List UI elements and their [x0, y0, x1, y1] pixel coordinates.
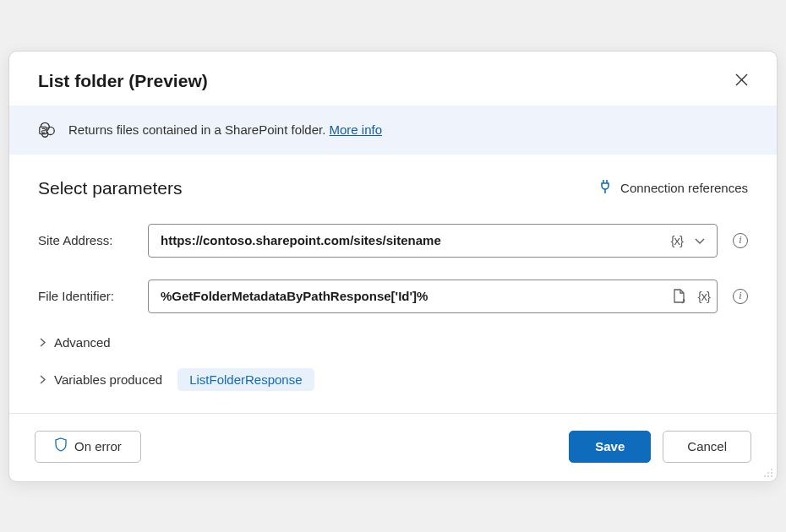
- svg-point-5: [767, 472, 769, 474]
- param-row-site-address: Site Address: {x} i: [38, 224, 748, 258]
- file-identifier-input[interactable]: [161, 289, 669, 303]
- info-icon[interactable]: i: [733, 289, 748, 304]
- info-icon[interactable]: i: [733, 233, 748, 248]
- variable-picker-icon[interactable]: {x}: [670, 233, 683, 247]
- variable-picker-icon[interactable]: {x}: [697, 289, 710, 303]
- variables-produced-label: Variables produced: [54, 372, 162, 387]
- resize-grip-icon[interactable]: [761, 466, 773, 478]
- file-identifier-input-icons: {x}: [669, 285, 710, 308]
- plug-icon: [598, 178, 612, 198]
- cancel-button[interactable]: Cancel: [663, 431, 751, 463]
- connection-references-button[interactable]: Connection references: [598, 178, 748, 198]
- svg-point-4: [771, 469, 772, 470]
- footer-actions: Save Cancel: [569, 431, 751, 463]
- file-identifier-label: File Identifier:: [38, 289, 133, 303]
- close-button[interactable]: [732, 70, 751, 92]
- variables-produced-expander[interactable]: Variables produced ListFolderResponse: [38, 368, 748, 391]
- advanced-label: Advanced: [54, 335, 111, 350]
- sharepoint-icon: [38, 121, 57, 139]
- chevron-right-icon: [38, 372, 47, 387]
- site-address-input[interactable]: [161, 233, 670, 247]
- dialog-content: Select parameters Connection references …: [9, 155, 777, 413]
- connection-references-label: Connection references: [620, 181, 748, 195]
- chevron-down-icon: [693, 234, 707, 247]
- file-picker-icon: [672, 288, 687, 305]
- parameters-title: Select parameters: [38, 178, 182, 198]
- site-address-input-wrap: {x}: [148, 224, 718, 258]
- close-icon: [735, 73, 748, 86]
- banner-text: Returns files contained in a SharePoint …: [68, 122, 382, 137]
- banner-description: Returns files contained in a SharePoint …: [68, 122, 330, 137]
- dropdown-button[interactable]: [690, 231, 710, 251]
- info-banner: Returns files contained in a SharePoint …: [9, 106, 777, 155]
- save-button[interactable]: Save: [569, 431, 651, 463]
- svg-point-8: [767, 475, 769, 477]
- site-address-label: Site Address:: [38, 233, 133, 247]
- chevron-right-icon: [38, 335, 47, 350]
- on-error-button[interactable]: On error: [35, 431, 141, 463]
- dialog-header: List folder (Preview): [9, 52, 777, 106]
- param-row-file-identifier: File Identifier: {x} i: [38, 280, 748, 313]
- dialog-title: List folder (Preview): [38, 71, 208, 91]
- svg-point-6: [771, 472, 772, 474]
- parameters-header: Select parameters Connection references: [38, 178, 748, 198]
- svg-point-7: [764, 475, 766, 477]
- dialog-footer: On error Save Cancel: [9, 413, 777, 481]
- file-identifier-input-wrap: {x}: [148, 280, 718, 313]
- file-picker-button[interactable]: [669, 285, 690, 308]
- more-info-link[interactable]: More info: [330, 122, 383, 137]
- variable-badge[interactable]: ListFolderResponse: [177, 368, 314, 391]
- shield-icon: [54, 437, 68, 455]
- svg-point-9: [771, 475, 772, 477]
- advanced-expander[interactable]: Advanced: [38, 335, 748, 350]
- on-error-label: On error: [74, 439, 122, 453]
- dialog: List folder (Preview) Returns files cont…: [8, 51, 778, 482]
- site-address-input-icons: {x}: [670, 231, 710, 251]
